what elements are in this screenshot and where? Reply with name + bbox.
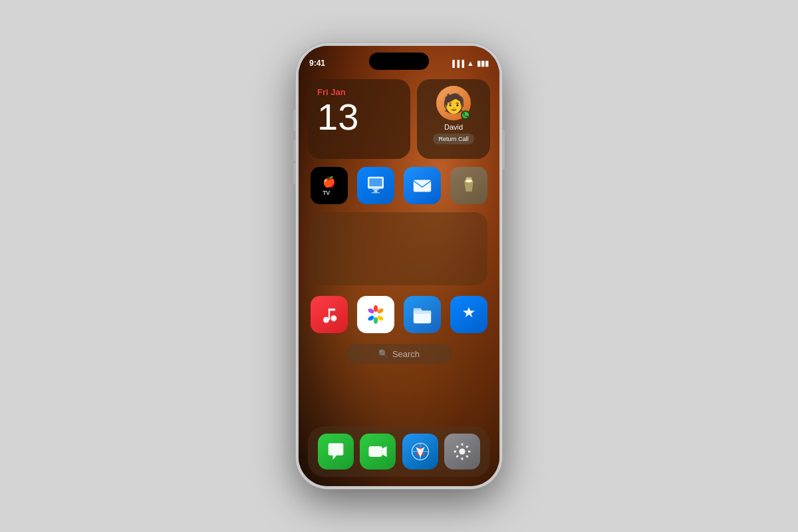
phone-screen: 9:41 ▐▐▐ ▲ ▮▮▮ Fri Jan 13 🧑 [299, 46, 499, 486]
svg-point-29 [460, 448, 466, 454]
keynote-icon [364, 174, 388, 198]
contact-name: David [444, 123, 463, 131]
dock-messages[interactable] [318, 434, 354, 469]
status-icons: ▐▐▐ ▲ ▮▮▮ [450, 59, 489, 68]
appstore-icon [458, 303, 480, 326]
notch [369, 53, 429, 70]
app-icon-music[interactable] [311, 296, 348, 333]
screen-content: Fri Jan 13 🧑 David Return Call [299, 46, 499, 486]
contact-avatar: 🧑 [436, 86, 471, 120]
photos-icon [363, 302, 388, 327]
app-icon-appstore[interactable] [450, 296, 487, 333]
dock-facetime[interactable] [360, 434, 396, 469]
app-icon-keynote[interactable] [357, 167, 394, 204]
svg-point-10 [331, 315, 336, 321]
status-time: 9:41 [309, 59, 325, 68]
dock [308, 426, 490, 477]
svg-point-17 [374, 317, 378, 324]
files-icon [410, 303, 434, 327]
apple-tv-label: 🍎 TV [323, 176, 336, 196]
mail-icon [410, 174, 434, 198]
svg-rect-22 [369, 446, 382, 457]
svg-line-34 [457, 446, 458, 447]
dock-settings[interactable] [444, 434, 480, 469]
svg-rect-5 [414, 180, 431, 192]
svg-line-35 [466, 456, 467, 457]
app-icon-files[interactable] [404, 296, 441, 333]
svg-point-20 [373, 312, 379, 318]
messages-icon [325, 440, 347, 463]
app-icon-apple-tv[interactable]: 🍎 TV [311, 167, 348, 204]
svg-rect-3 [374, 190, 378, 193]
music-icon [318, 303, 340, 326]
call-badge [461, 110, 470, 120]
svg-point-9 [323, 317, 329, 323]
svg-line-37 [457, 456, 458, 457]
flashlight-svg [458, 174, 480, 197]
wifi-icon: ▲ [467, 59, 474, 67]
app-row-2 [308, 296, 490, 333]
calendar-widget[interactable]: Fri Jan 13 [308, 79, 410, 159]
calendar-date: 13 [317, 98, 401, 136]
search-bar[interactable]: 🔍 Search [346, 344, 452, 364]
app-row-1: 🍎 TV [308, 167, 490, 204]
facetime-icon [366, 440, 389, 463]
svg-rect-4 [372, 192, 380, 193]
widget-placeholder [311, 212, 487, 285]
battery-icon: ▮▮▮ [477, 59, 489, 68]
svg-point-14 [374, 305, 378, 312]
app-icon-mail[interactable] [404, 167, 441, 204]
dock-safari[interactable] [402, 434, 438, 469]
return-call-button[interactable]: Return Call [433, 134, 473, 144]
search-icon: 🔍 [378, 349, 388, 358]
app-icon-flashlight[interactable] [450, 167, 487, 204]
safari-icon [409, 440, 432, 463]
app-icon-photos[interactable] [357, 296, 394, 333]
search-label: Search [392, 349, 420, 359]
phone-frame: 9:41 ▐▐▐ ▲ ▮▮▮ Fri Jan 13 🧑 [296, 43, 502, 489]
svg-point-8 [467, 180, 471, 182]
widgets-row: Fri Jan 13 🧑 David Return Call [308, 79, 490, 159]
signal-icon: ▐▐▐ [450, 60, 464, 67]
svg-rect-1 [369, 178, 382, 186]
svg-marker-23 [382, 446, 387, 457]
svg-rect-12 [329, 309, 335, 311]
settings-icon [451, 440, 473, 463]
svg-line-36 [466, 446, 467, 447]
svg-rect-2 [372, 189, 379, 190]
contact-widget[interactable]: 🧑 David Return Call [417, 79, 490, 159]
